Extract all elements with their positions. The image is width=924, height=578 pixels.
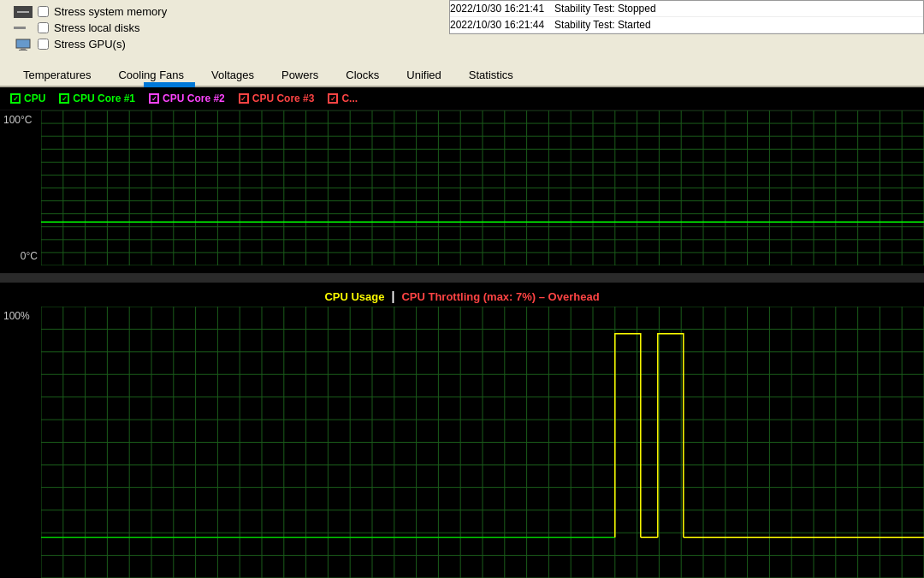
legend-cpu-core-4-partial: C... [328, 92, 358, 104]
tab-clocks[interactable]: Clocks [333, 64, 392, 86]
stress-disks-checkbox[interactable] [38, 22, 49, 33]
temp-y-min: 0°C [21, 250, 38, 262]
checkboxes-panel: Stress system memory Stress local disks [0, 5, 167, 59]
temp-chart-canvas [41, 110, 924, 265]
stress-disks-row: Stress local disks [14, 21, 167, 34]
log-entry-1: 2022/10/30 16:21:44 Stability Test: Star… [450, 17, 923, 33]
legend-cpu-core-1: CPU Core #1 [59, 92, 135, 104]
usage-grid-area [41, 307, 924, 578]
svg-rect-2 [19, 50, 27, 51]
charts-divider [0, 276, 924, 283]
temp-y-axis: 100°C 0°C [0, 110, 41, 265]
legend-cpu-label: CPU [24, 92, 45, 104]
legend-cpu: CPU [10, 92, 45, 104]
top-section: Stress system memory Stress local disks [0, 0, 924, 87]
monitor-icon [15, 39, 31, 51]
legend-core3-checkbox[interactable] [239, 93, 249, 104]
legend-cpu-checkbox[interactable] [10, 93, 21, 104]
tab-unified[interactable]: Unified [394, 64, 453, 86]
legend-core3-label: CPU Core #3 [252, 92, 315, 104]
stress-memory-row: Stress system memory [14, 5, 167, 18]
svg-rect-0 [16, 39, 30, 48]
log-panel: 2022/10/30 16:21:41 Stability Test: Stop… [449, 0, 924, 34]
legend-cpu-core-2: CPU Core #2 [149, 92, 225, 104]
temp-chart-body: 100°C 0°C [0, 110, 924, 265]
usage-chart-canvas [41, 307, 924, 578]
stress-gpu-checkbox[interactable] [38, 39, 49, 50]
tab-statistics[interactable]: Statistics [456, 64, 526, 86]
log-msg-1: Stability Test: Started [554, 19, 651, 31]
usage-legend: CPU Usage | CPU Throttling (max: 7%) – O… [324, 289, 599, 303]
stress-gpu-label: Stress GPU(s) [54, 38, 126, 51]
tab-temperatures[interactable]: Temperatures [10, 64, 104, 86]
usage-legend-separator: | [392, 289, 395, 303]
usage-chart: CPU Usage | CPU Throttling (max: 7%) – O… [0, 283, 924, 578]
log-time-1: 2022/10/30 16:21:44 [450, 19, 544, 31]
log-time-0: 2022/10/30 16:21:41 [450, 3, 544, 15]
usage-chart-inner: CPU Usage | CPU Throttling (max: 7%) – O… [0, 283, 924, 578]
tab-powers[interactable]: Powers [269, 64, 331, 86]
tab-voltages[interactable]: Voltages [198, 64, 267, 86]
legend-core1-checkbox[interactable] [59, 93, 69, 104]
stress-memory-label: Stress system memory [54, 5, 167, 18]
charts-area: CPU CPU Core #1 CPU Core #2 CPU Core #3 … [0, 87, 924, 578]
legend-core2-label: CPU Core #2 [163, 92, 225, 104]
usage-y-max: 100% [3, 310, 38, 322]
cpu-throttle-label: CPU Throttling (max: 7%) – Overhead [401, 290, 599, 303]
temp-chart-legend: CPU CPU Core #1 CPU Core #2 CPU Core #3 … [0, 87, 924, 110]
temperature-chart: CPU CPU Core #1 CPU Core #2 CPU Core #3 … [0, 87, 924, 276]
temp-y-max: 100°C [3, 114, 33, 126]
temp-grid-area [41, 110, 924, 265]
tabs-bar: Temperatures Cooling Fans Voltages Power… [0, 59, 924, 87]
app-window: Stress system memory Stress local disks [0, 0, 924, 578]
legend-cpu-core-3: CPU Core #3 [239, 92, 315, 104]
legend-core2-checkbox[interactable] [149, 93, 159, 104]
svg-rect-1 [21, 48, 26, 50]
stress-disks-label: Stress local disks [54, 21, 139, 34]
stress-memory-checkbox[interactable] [38, 6, 49, 17]
stress-gpu-row: Stress GPU(s) [14, 38, 167, 51]
legend-core4-label: C... [341, 92, 358, 104]
cpu-usage-label: CPU Usage [324, 290, 384, 303]
usage-y-axis: 100% [0, 307, 41, 578]
log-entry-0: 2022/10/30 16:21:41 Stability Test: Stop… [450, 1, 923, 17]
legend-core1-label: CPU Core #1 [73, 92, 135, 104]
legend-core4-checkbox[interactable] [328, 93, 338, 104]
log-msg-0: Stability Test: Stopped [554, 3, 656, 15]
